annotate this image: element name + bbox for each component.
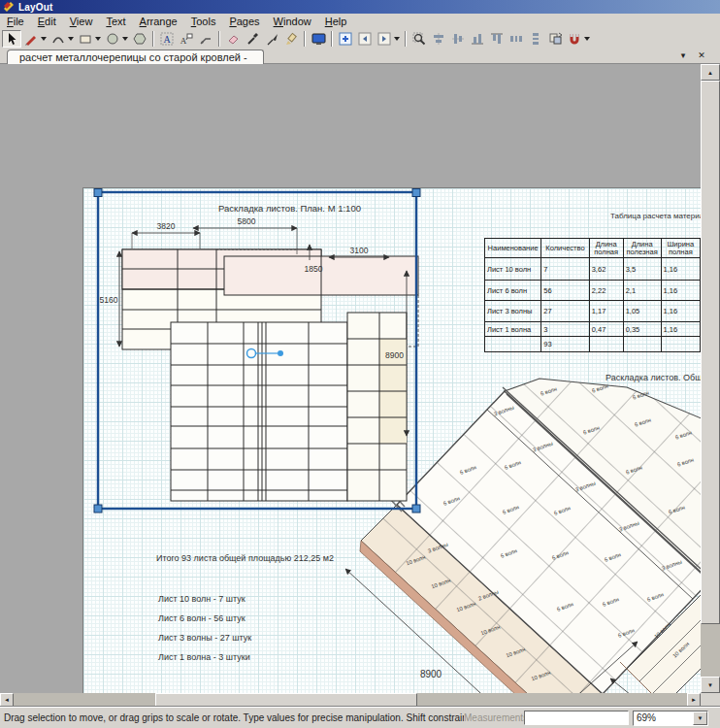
table-row: Лист 10 волн73,623,51,16	[485, 258, 701, 281]
drawing-canvas[interactable]: 6 волн 6 волн 6 волн 6 волн 6 волн 6 вол…	[0, 64, 701, 693]
presentation-button[interactable]	[309, 30, 328, 48]
polygon-icon	[133, 32, 147, 46]
menu-edit[interactable]: Edit	[31, 15, 63, 28]
scroll-right-icon: ►	[691, 697, 697, 703]
close-tab-icon[interactable]: ✕	[695, 50, 708, 60]
dim-3820: 3820	[157, 221, 176, 231]
distribute-horizontal-icon	[509, 32, 523, 46]
toolbar-separator	[218, 31, 220, 47]
menu-text[interactable]: Text	[99, 15, 132, 28]
title-bar: LayOut	[0, 0, 720, 14]
magnifier-icon	[412, 32, 426, 46]
vertical-scroll-thumb[interactable]	[701, 81, 720, 624]
measurements-input[interactable]	[524, 711, 629, 725]
select-tool-button[interactable]	[2, 30, 21, 48]
arc-icon	[51, 32, 65, 46]
arc-tool-button[interactable]	[49, 30, 68, 48]
layout-app-icon	[3, 1, 15, 13]
next-page-button[interactable]	[375, 30, 394, 48]
callout-tool-button[interactable]	[196, 30, 215, 48]
tab-options-icon[interactable]: ▾	[676, 50, 690, 60]
line-tool-button[interactable]	[21, 30, 41, 48]
horizontal-scrollbar[interactable]: ◄ ►	[0, 693, 701, 707]
circle-tool-dropdown[interactable]	[122, 37, 128, 41]
document-tab[interactable]: расчет металлочерепицы со старой кровлей…	[7, 50, 264, 64]
col-header: Длина полная	[589, 239, 623, 258]
menu-window[interactable]: Window	[267, 15, 318, 28]
dim-8900-3d: 8900	[420, 669, 442, 679]
polygon-tool-button[interactable]	[130, 30, 149, 48]
zoom-selection-button[interactable]	[409, 30, 429, 48]
selection-handle-bottom-left[interactable]	[94, 505, 102, 513]
cursor-arrow-icon	[5, 32, 18, 46]
menu-view[interactable]: View	[63, 15, 100, 28]
vertical-scrollbar[interactable]: ▲ ▼	[701, 64, 720, 693]
menu-bar: File Edit View Text Arrange Tools Pages …	[0, 14, 720, 29]
snap-dropdown[interactable]	[584, 37, 590, 41]
eraser-icon	[226, 32, 240, 46]
menu-tools[interactable]: Tools	[184, 15, 223, 28]
rectangle-tool-dropdown[interactable]	[95, 37, 101, 41]
callout-icon	[199, 32, 213, 46]
scroll-right-button[interactable]: ►	[687, 693, 701, 707]
menu-pages[interactable]: Pages	[222, 15, 266, 28]
col-header: Ширина полная	[661, 239, 700, 258]
toolbar-separator	[405, 31, 407, 47]
table-title: Таблица расчета материал	[610, 212, 701, 220]
selection-handle-top-left[interactable]	[94, 189, 102, 197]
distribute-horizontally-button[interactable]	[507, 30, 526, 48]
circle-tool-button[interactable]	[103, 30, 122, 48]
object-snap-button[interactable]	[565, 30, 584, 48]
add-page-button[interactable]	[336, 30, 355, 48]
arc-tool-dropdown[interactable]	[68, 37, 74, 41]
status-hint-text: Drag selection to move, or drag grips to…	[0, 712, 464, 723]
pencil-icon	[24, 32, 38, 46]
eyedropper-icon	[245, 32, 259, 46]
rectangle-tool-button[interactable]	[76, 30, 95, 48]
menu-arrange[interactable]: Arrange	[133, 15, 184, 28]
table-row: Лист 6 волн562,222,11,16	[485, 281, 701, 301]
line-tool-dropdown[interactable]	[41, 37, 47, 41]
window-title: LayOut	[18, 2, 53, 13]
zoom-level-value: 69%	[634, 712, 693, 723]
scroll-down-button[interactable]: ▼	[701, 677, 720, 693]
dim-5160: 5160	[100, 295, 118, 305]
scroll-up-button[interactable]: ▲	[701, 64, 720, 81]
label-icon: A	[180, 32, 193, 46]
distribute-vertically-button[interactable]	[526, 30, 545, 48]
horizontal-scroll-thumb[interactable]	[155, 693, 417, 707]
scroll-left-icon: ◄	[4, 697, 10, 703]
previous-page-button[interactable]	[355, 30, 375, 48]
table-row: Лист 1 волна30,470,351,16	[485, 322, 701, 337]
arrange-objects-icon	[548, 32, 563, 46]
view3d-title: Раскладка листов. Общий в	[605, 373, 701, 382]
label-tool-button[interactable]: A	[177, 30, 196, 48]
summary-item: Лист 6 волн - 56 штук	[158, 613, 245, 623]
zoom-combo[interactable]: 69% ▼	[633, 711, 708, 726]
align-top-button[interactable]	[487, 30, 507, 48]
summary-item: Лист 1 волна - 3 штуки	[158, 652, 250, 662]
align-top-icon	[490, 32, 504, 46]
toolbar-separator	[152, 31, 154, 47]
menu-file[interactable]: File	[0, 15, 31, 28]
add-page-icon	[339, 32, 352, 46]
menu-help[interactable]: Help	[318, 15, 354, 28]
align-center-vertically-button[interactable]	[429, 30, 448, 48]
selection-handle-bottom-right[interactable]	[412, 505, 420, 513]
align-center-horizontally-button[interactable]	[448, 30, 468, 48]
eraser-tool-button[interactable]	[223, 30, 243, 48]
selection-handle-top-right[interactable]	[412, 189, 420, 197]
style-tool-button[interactable]	[243, 30, 262, 48]
align-bottom-button[interactable]	[468, 30, 487, 48]
page-nav-dropdown[interactable]	[394, 37, 400, 41]
highlighter-tool-button[interactable]	[281, 30, 301, 48]
application-window: LayOut File Edit View Text Arrange Tools…	[0, 0, 720, 728]
magnet-icon	[568, 32, 581, 46]
scroll-left-button[interactable]: ◄	[0, 693, 14, 707]
text-tool-button[interactable]: A	[157, 30, 177, 48]
svg-text:A: A	[163, 34, 171, 45]
arrange-objects-button[interactable]	[545, 30, 565, 48]
document-page[interactable]: 6 волн 6 волн 6 волн 6 волн 6 волн 6 вол…	[82, 187, 701, 693]
zoom-dropdown-button[interactable]: ▼	[693, 711, 707, 725]
pen-tool-button[interactable]	[262, 30, 281, 48]
